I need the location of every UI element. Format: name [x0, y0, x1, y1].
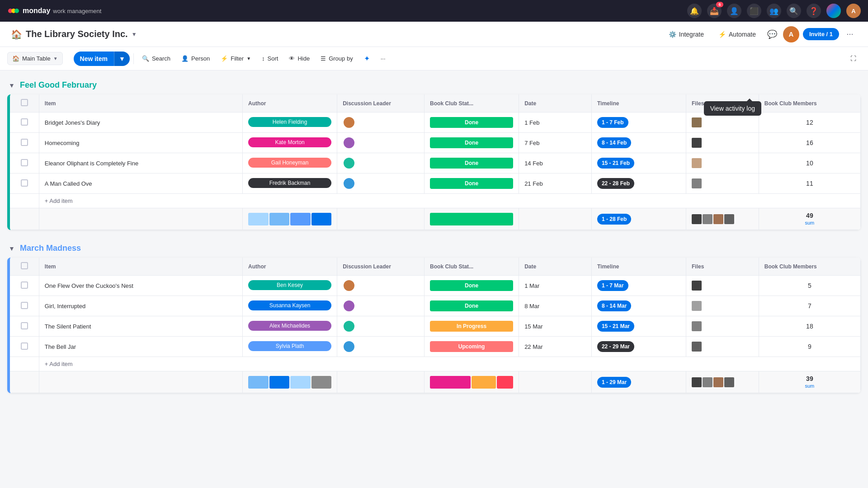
activity-log-tooltip-text: View activity log [710, 105, 755, 112]
author-pill: Gail Honeyman [248, 158, 331, 168]
apps-icon[interactable]: ⬛ [747, 4, 761, 18]
add-item-checkbox-cell [10, 357, 39, 371]
row-timeline-cell: 22 - 28 Feb [591, 174, 686, 194]
timeline-pill: 1 - 7 Feb [597, 117, 628, 128]
file-thumbnail[interactable] [692, 158, 702, 168]
search-button[interactable]: 🔍 Search [137, 52, 175, 65]
new-item-dropdown-arrow[interactable]: ▼ [114, 52, 130, 66]
author-pill: Helen Fielding [248, 117, 331, 127]
search-global-icon[interactable]: 🔍 [787, 4, 801, 18]
automate-label: Automate [729, 31, 756, 38]
row-members-cell: 7 [759, 296, 860, 316]
svg-point-2 [14, 9, 19, 13]
row-leader-cell [337, 113, 425, 133]
timeline-pill: 1 - 7 Mar [597, 280, 628, 291]
select-all-checkbox[interactable] [21, 99, 28, 106]
table-row: Eleanor Oliphant is Completely Fine ⊕ Ga… [10, 153, 861, 174]
row-select-checkbox[interactable] [21, 282, 28, 289]
row-leader-cell [337, 153, 425, 174]
app-name: monday [23, 7, 50, 15]
col-header-date-2: Date [519, 258, 592, 276]
leader-avatar [343, 177, 355, 190]
add-item-cell[interactable]: + Add item [39, 194, 860, 208]
file-thumbnail[interactable] [692, 178, 702, 188]
apps-menu-icon[interactable] [826, 4, 841, 18]
row-select-checkbox[interactable] [21, 118, 28, 126]
file-thumbnail[interactable] [692, 301, 702, 311]
group-toggle-march-madness[interactable]: ▼ [7, 244, 16, 253]
row-date-cell: 7 Feb [519, 133, 592, 153]
status-pill: Done [430, 137, 513, 148]
row-members-cell: 12 [759, 113, 860, 133]
file-thumbnail[interactable] [692, 321, 702, 331]
group-by-label: Group by [329, 55, 353, 62]
workspace-dropdown-icon[interactable]: ▼ [132, 31, 137, 38]
row-author-cell: Helen Fielding [243, 113, 337, 133]
automate-button[interactable]: ⚡ Automate [713, 28, 761, 41]
row-select-checkbox[interactable] [21, 302, 28, 309]
leader-avatar [343, 320, 355, 333]
teams-icon[interactable]: 👥 [767, 4, 781, 18]
sum-leader-cell [337, 208, 425, 230]
row-select-checkbox[interactable] [21, 159, 28, 166]
sum-item-cell [39, 371, 242, 393]
table-view-selector[interactable]: 🏠 Main Table ▼ [7, 52, 63, 65]
row-select-checkbox[interactable] [21, 139, 28, 146]
row-item-cell: Girl, Interrupted ⊕ [39, 296, 242, 316]
activity-log-tooltip: View activity log [704, 101, 761, 116]
filter-button[interactable]: ⚡ Filter ▼ [216, 52, 255, 65]
person-filter-button[interactable]: 👤 Person [177, 52, 214, 65]
add-item-cell[interactable]: + Add item [39, 357, 860, 371]
add-item-row[interactable]: + Add item [10, 194, 861, 208]
row-select-checkbox[interactable] [21, 179, 28, 187]
row-timeline-cell: 22 - 29 Mar [591, 337, 686, 357]
notification-bell[interactable]: 🔔 [687, 4, 702, 18]
app-logo[interactable]: monday work management [7, 5, 101, 17]
invite-people-icon[interactable]: 👤 [727, 4, 741, 18]
hide-button[interactable]: 👁 Hide [284, 52, 314, 65]
sort-icon: ↕ [262, 55, 265, 62]
row-date-cell: 8 Mar [519, 296, 592, 316]
row-date-cell: 1 Feb [519, 113, 592, 133]
table-row: Girl, Interrupted ⊕ Susanna Kaysen Done … [10, 296, 861, 316]
help-icon[interactable]: ❓ [807, 4, 821, 18]
invite-button[interactable]: Invite / 1 [803, 28, 839, 40]
toolbar-right-actions: ⛶ [846, 52, 861, 65]
more-toolbar-button[interactable]: ··· [376, 52, 390, 65]
col-header-item-2: Item [39, 258, 242, 276]
file-thumbnail[interactable] [692, 138, 702, 148]
row-select-checkbox[interactable] [21, 343, 28, 350]
toolbar-divider-1 [133, 53, 134, 64]
new-item-button[interactable]: New item ▼ [74, 52, 130, 66]
add-item-row[interactable]: + Add item [10, 357, 861, 371]
table-header-row-2: Item Author Discussion Leader Book Club … [10, 258, 861, 276]
top-navigation: monday work management 🔔 📥 6 👤 ⬛ 👥 🔍 ❓ A [0, 0, 868, 22]
person-label: Person [191, 55, 210, 62]
summary-timeline-pill: 1 - 29 Mar [597, 377, 631, 388]
row-author-cell: Gail Honeyman [243, 153, 337, 174]
file-thumbnail[interactable] [692, 281, 702, 291]
item-name: Homecoming [45, 140, 224, 146]
comment-icon[interactable]: 💬 [765, 27, 779, 42]
person-icon: 👤 [181, 55, 189, 62]
more-options-button[interactable]: ··· [843, 27, 857, 42]
sum-item-cell [39, 208, 242, 230]
select-all-checkbox-2[interactable] [21, 262, 28, 269]
row-select-checkbox[interactable] [21, 322, 28, 329]
row-members-cell: 18 [759, 316, 860, 337]
group-toggle-feel-good-feb[interactable]: ▼ [7, 81, 16, 90]
sum-files-cell [686, 208, 759, 230]
file-thumbnail[interactable] [692, 117, 702, 127]
monday-ai-button[interactable]: ✦ [359, 52, 374, 66]
group-by-button[interactable]: ☰ Group by [316, 52, 357, 65]
workspace-user-avatar[interactable]: A [783, 26, 799, 42]
filter-icon: ⚡ [221, 55, 228, 62]
file-thumbnail[interactable] [692, 342, 702, 352]
integrate-button[interactable]: ⚙️ Integrate [663, 28, 709, 41]
integrate-label: Integrate [679, 31, 704, 38]
sort-button[interactable]: ↕ Sort [257, 52, 283, 65]
expand-button[interactable]: ⛶ [846, 52, 861, 65]
inbox-icon[interactable]: 📥 6 [707, 4, 722, 18]
workspace-title[interactable]: 🏠 The Library Society Inc. ▼ [11, 29, 137, 40]
user-avatar[interactable]: A [846, 4, 861, 18]
